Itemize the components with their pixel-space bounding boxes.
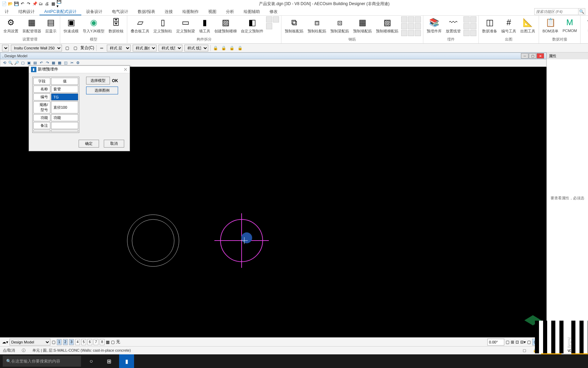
qat-save-icon[interactable]: 💾 (14, 1, 19, 6)
column-rebar-button[interactable]: ⧈预制柱配筋 (306, 16, 328, 34)
page-button[interactable]: 4 (75, 339, 80, 345)
ribbon-tab[interactable]: 绘图辅助 (239, 7, 265, 15)
lock-icon[interactable]: 🔒 (229, 45, 235, 51)
small-tool-icon[interactable] (463, 30, 470, 36)
wall-tool-button[interactable]: ▮墙工具 (198, 16, 212, 34)
bom-button[interactable]: 📋BOM清单 (541, 16, 560, 34)
ribbon-tab[interactable]: 计 (0, 7, 14, 15)
ribbon-tab[interactable]: 数据/报表 (133, 7, 160, 15)
ribbon-tab[interactable]: 视图 (203, 7, 221, 15)
qat-disk-icon[interactable]: 💾▾ (56, 1, 62, 6)
lock-icon[interactable]: 🔒 (221, 45, 227, 51)
data-check-button[interactable]: 🗄数据校核 (107, 16, 125, 34)
stair-rebar-button[interactable]: ▨预制楼梯配筋 (375, 16, 400, 34)
style-linetype-select[interactable]: 样式 线型 (159, 45, 182, 51)
qat-print-icon[interactable]: 🖨 (44, 1, 50, 6)
lock-icon[interactable]: 🔒 (213, 45, 219, 51)
view-tool-icon[interactable]: ⟲ (2, 60, 7, 66)
help-button[interactable]: ?帮 (583, 16, 588, 34)
define-column-button[interactable]: ▯定义预制柱 (152, 16, 174, 34)
wall-type-select[interactable]: Insitu Concrete Wall 250mm (11, 45, 62, 51)
global-settings-button[interactable]: ⚙全局设置 (2, 16, 20, 34)
style-lineweight-select[interactable]: 样式 线宽 (184, 45, 208, 51)
small-tool-icon[interactable] (415, 16, 421, 22)
view-tool-icon[interactable]: ▦ (51, 60, 56, 66)
embed-library-button[interactable]: 📚预埋件库 (425, 16, 443, 34)
qat-undo-icon[interactable]: ↶ (20, 1, 25, 6)
toolbar-icon[interactable]: ⊞ (511, 340, 514, 344)
table-row[interactable] (33, 130, 78, 132)
wall-rebar-button[interactable]: ▦预制墙配筋 (352, 16, 373, 34)
table-row[interactable]: 规格/型号直径100 (33, 101, 78, 113)
small-tool-icon[interactable] (470, 23, 476, 29)
ok-button[interactable]: 确定 (79, 140, 99, 148)
search-button[interactable]: 🔍 (578, 8, 585, 15)
view-tool-icon[interactable]: 🔎 (14, 60, 19, 66)
table-row-selected[interactable]: 编号TG (33, 93, 78, 101)
ribbon-tab-active[interactable]: AntPC装配式设计 (39, 7, 81, 15)
page-button[interactable]: 2 (63, 339, 68, 345)
view-tool-icon[interactable]: ↶ (38, 60, 44, 66)
ribbon-tab[interactable]: 绘图制作 (178, 7, 203, 15)
maximize-button[interactable]: ▢ (529, 53, 536, 59)
page-button[interactable]: 5 (81, 339, 86, 345)
custom-prefab-button[interactable]: ◧自定义预制件 (240, 16, 265, 34)
quick-model-button[interactable]: ▣快速成模 (62, 16, 80, 34)
small-tool-icon[interactable] (266, 23, 272, 29)
view-tool-icon[interactable]: ✂ (69, 60, 75, 66)
page-button[interactable]: 7 (94, 339, 98, 345)
qat-pin-icon[interactable]: 📌 (32, 1, 37, 6)
table-row[interactable]: 名称套管 (33, 86, 78, 93)
app-icon[interactable]: ▮ (119, 354, 134, 368)
layer-display-button[interactable]: ▤层显示 (44, 16, 58, 34)
small-tool-icon[interactable] (401, 16, 407, 22)
toolbar-icon[interactable]: ⊟▾ (520, 340, 526, 344)
page-button[interactable]: 8 (100, 339, 104, 345)
page-button[interactable]: 3 (69, 339, 74, 345)
slab-rebar-button[interactable]: ⧉预制板配筋 (283, 16, 305, 34)
number-tool-button[interactable]: #编号工具 (500, 16, 518, 34)
qat-sheet-icon[interactable]: ▦ (50, 1, 56, 6)
assembly-manager-button[interactable]: ▦装配管理器 (21, 16, 43, 34)
qat-redo-icon[interactable]: ↷ (26, 1, 31, 6)
small-tool-icon[interactable] (470, 16, 476, 22)
view-tool-icon[interactable]: ◫ (63, 60, 68, 66)
ribbon-tab[interactable]: 结构设计 (14, 7, 39, 15)
view-tool-icon[interactable]: ↷ (45, 60, 50, 66)
ribbon-tab[interactable]: 连接 (160, 7, 178, 15)
cloud-icon[interactable]: ☁▾ (2, 340, 8, 344)
view-tool-icon[interactable]: ▣ (26, 60, 32, 66)
lock-icon[interactable]: 🔒 (237, 45, 243, 51)
create-stair-button[interactable]: ▨创建预制楼梯 (213, 16, 238, 34)
style-color-select[interactable]: 样式 颜色 (133, 45, 157, 51)
option-dropdown[interactable]: -C (2, 45, 9, 51)
small-tool-icon[interactable] (408, 23, 414, 29)
view-tool-icon[interactable]: 🔍 (8, 60, 13, 66)
qat-new-icon[interactable]: 📄 (1, 1, 7, 6)
close-button[interactable]: ✕ (537, 53, 544, 59)
ribbon-tab[interactable]: 修改 (265, 7, 282, 15)
view-tool-icon[interactable]: ▤ (32, 60, 38, 66)
table-row[interactable]: 功能功能 (33, 114, 78, 121)
toolbar-icon[interactable]: ▦ (106, 340, 110, 344)
linestyle-icon[interactable]: ═ (99, 45, 105, 51)
small-tool-icon[interactable] (408, 16, 414, 22)
small-tool-icon[interactable] (273, 16, 279, 22)
drawing-tool-button[interactable]: 📐出图工具 (519, 16, 537, 34)
option-icon[interactable]: ▢ (72, 45, 78, 51)
small-tool-icon[interactable] (463, 23, 470, 29)
layer-icon[interactable]: ▢ (523, 348, 526, 353)
dialog-close-button[interactable]: ✕ (124, 67, 128, 72)
small-tool-icon[interactable] (415, 23, 421, 29)
data-prep-button[interactable]: ◫数据准备 (481, 16, 499, 34)
qat-explorer-icon[interactable]: 🗂 (38, 1, 44, 6)
task-view-icon[interactable]: ⊞ (101, 354, 116, 368)
cancel-button[interactable]: 取消 (104, 140, 124, 148)
small-tool-icon[interactable] (470, 30, 476, 36)
page-button[interactable]: 6 (87, 339, 92, 345)
taskbar-search[interactable]: 🔍 在这里输入你要搜索的内容 (3, 356, 81, 367)
model-select[interactable]: Design Model (10, 339, 50, 346)
style-layer-select[interactable]: 样式 层 (107, 45, 131, 51)
define-beam-button[interactable]: ▭定义预制梁 (175, 16, 196, 34)
qat-open-icon[interactable]: 📂 (7, 1, 13, 6)
